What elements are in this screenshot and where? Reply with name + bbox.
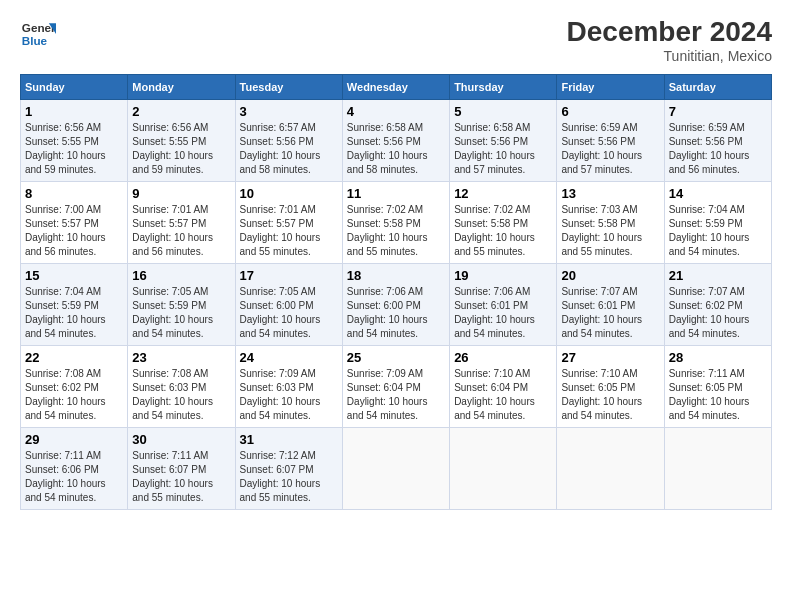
day-info: Sunrise: 6:59 AMSunset: 5:56 PMDaylight:… bbox=[561, 122, 642, 175]
calendar-week-row: 8 Sunrise: 7:00 AMSunset: 5:57 PMDayligh… bbox=[21, 182, 772, 264]
page: General Blue December 2024 Tunititian, M… bbox=[0, 0, 792, 522]
table-row: 14 Sunrise: 7:04 AMSunset: 5:59 PMDaylig… bbox=[664, 182, 771, 264]
day-info: Sunrise: 7:12 AMSunset: 6:07 PMDaylight:… bbox=[240, 450, 321, 503]
table-row bbox=[450, 428, 557, 510]
col-tuesday: Tuesday bbox=[235, 75, 342, 100]
table-row: 28 Sunrise: 7:11 AMSunset: 6:05 PMDaylig… bbox=[664, 346, 771, 428]
day-info: Sunrise: 6:58 AMSunset: 5:56 PMDaylight:… bbox=[347, 122, 428, 175]
table-row: 30 Sunrise: 7:11 AMSunset: 6:07 PMDaylig… bbox=[128, 428, 235, 510]
day-info: Sunrise: 7:05 AMSunset: 6:00 PMDaylight:… bbox=[240, 286, 321, 339]
day-info: Sunrise: 7:06 AMSunset: 6:01 PMDaylight:… bbox=[454, 286, 535, 339]
day-info: Sunrise: 7:00 AMSunset: 5:57 PMDaylight:… bbox=[25, 204, 106, 257]
day-info: Sunrise: 7:09 AMSunset: 6:03 PMDaylight:… bbox=[240, 368, 321, 421]
subtitle: Tunititian, Mexico bbox=[567, 48, 772, 64]
day-number: 29 bbox=[25, 432, 123, 447]
day-number: 21 bbox=[669, 268, 767, 283]
calendar-week-row: 15 Sunrise: 7:04 AMSunset: 5:59 PMDaylig… bbox=[21, 264, 772, 346]
table-row: 12 Sunrise: 7:02 AMSunset: 5:58 PMDaylig… bbox=[450, 182, 557, 264]
col-monday: Monday bbox=[128, 75, 235, 100]
title-area: December 2024 Tunititian, Mexico bbox=[567, 16, 772, 64]
day-number: 6 bbox=[561, 104, 659, 119]
header-row: Sunday Monday Tuesday Wednesday Thursday… bbox=[21, 75, 772, 100]
svg-text:Blue: Blue bbox=[22, 34, 48, 47]
table-row: 19 Sunrise: 7:06 AMSunset: 6:01 PMDaylig… bbox=[450, 264, 557, 346]
day-number: 15 bbox=[25, 268, 123, 283]
table-row: 24 Sunrise: 7:09 AMSunset: 6:03 PMDaylig… bbox=[235, 346, 342, 428]
day-number: 20 bbox=[561, 268, 659, 283]
table-row: 25 Sunrise: 7:09 AMSunset: 6:04 PMDaylig… bbox=[342, 346, 449, 428]
calendar-table: Sunday Monday Tuesday Wednesday Thursday… bbox=[20, 74, 772, 510]
table-row: 9 Sunrise: 7:01 AMSunset: 5:57 PMDayligh… bbox=[128, 182, 235, 264]
col-saturday: Saturday bbox=[664, 75, 771, 100]
table-row: 15 Sunrise: 7:04 AMSunset: 5:59 PMDaylig… bbox=[21, 264, 128, 346]
table-row: 31 Sunrise: 7:12 AMSunset: 6:07 PMDaylig… bbox=[235, 428, 342, 510]
day-info: Sunrise: 6:56 AMSunset: 5:55 PMDaylight:… bbox=[132, 122, 213, 175]
day-number: 25 bbox=[347, 350, 445, 365]
col-sunday: Sunday bbox=[21, 75, 128, 100]
day-info: Sunrise: 7:04 AMSunset: 5:59 PMDaylight:… bbox=[669, 204, 750, 257]
day-number: 19 bbox=[454, 268, 552, 283]
day-info: Sunrise: 7:07 AMSunset: 6:01 PMDaylight:… bbox=[561, 286, 642, 339]
day-info: Sunrise: 7:10 AMSunset: 6:04 PMDaylight:… bbox=[454, 368, 535, 421]
header: General Blue December 2024 Tunititian, M… bbox=[20, 16, 772, 64]
table-row: 23 Sunrise: 7:08 AMSunset: 6:03 PMDaylig… bbox=[128, 346, 235, 428]
svg-text:General: General bbox=[22, 21, 56, 34]
logo: General Blue bbox=[20, 16, 56, 52]
day-number: 7 bbox=[669, 104, 767, 119]
table-row: 2 Sunrise: 6:56 AMSunset: 5:55 PMDayligh… bbox=[128, 100, 235, 182]
day-info: Sunrise: 7:02 AMSunset: 5:58 PMDaylight:… bbox=[454, 204, 535, 257]
table-row: 1 Sunrise: 6:56 AMSunset: 5:55 PMDayligh… bbox=[21, 100, 128, 182]
day-info: Sunrise: 7:11 AMSunset: 6:06 PMDaylight:… bbox=[25, 450, 106, 503]
day-number: 2 bbox=[132, 104, 230, 119]
table-row: 5 Sunrise: 6:58 AMSunset: 5:56 PMDayligh… bbox=[450, 100, 557, 182]
day-number: 11 bbox=[347, 186, 445, 201]
table-row bbox=[342, 428, 449, 510]
day-info: Sunrise: 7:09 AMSunset: 6:04 PMDaylight:… bbox=[347, 368, 428, 421]
table-row bbox=[557, 428, 664, 510]
day-number: 24 bbox=[240, 350, 338, 365]
day-info: Sunrise: 7:08 AMSunset: 6:02 PMDaylight:… bbox=[25, 368, 106, 421]
day-info: Sunrise: 7:01 AMSunset: 5:57 PMDaylight:… bbox=[132, 204, 213, 257]
table-row: 11 Sunrise: 7:02 AMSunset: 5:58 PMDaylig… bbox=[342, 182, 449, 264]
table-row: 27 Sunrise: 7:10 AMSunset: 6:05 PMDaylig… bbox=[557, 346, 664, 428]
logo-icon: General Blue bbox=[20, 16, 56, 52]
day-number: 30 bbox=[132, 432, 230, 447]
table-row: 26 Sunrise: 7:10 AMSunset: 6:04 PMDaylig… bbox=[450, 346, 557, 428]
col-friday: Friday bbox=[557, 75, 664, 100]
day-info: Sunrise: 6:57 AMSunset: 5:56 PMDaylight:… bbox=[240, 122, 321, 175]
day-info: Sunrise: 7:11 AMSunset: 6:05 PMDaylight:… bbox=[669, 368, 750, 421]
table-row: 21 Sunrise: 7:07 AMSunset: 6:02 PMDaylig… bbox=[664, 264, 771, 346]
day-number: 8 bbox=[25, 186, 123, 201]
day-number: 16 bbox=[132, 268, 230, 283]
day-number: 3 bbox=[240, 104, 338, 119]
table-row: 6 Sunrise: 6:59 AMSunset: 5:56 PMDayligh… bbox=[557, 100, 664, 182]
main-title: December 2024 bbox=[567, 16, 772, 48]
day-number: 26 bbox=[454, 350, 552, 365]
day-info: Sunrise: 7:08 AMSunset: 6:03 PMDaylight:… bbox=[132, 368, 213, 421]
day-number: 4 bbox=[347, 104, 445, 119]
day-number: 1 bbox=[25, 104, 123, 119]
day-number: 9 bbox=[132, 186, 230, 201]
col-wednesday: Wednesday bbox=[342, 75, 449, 100]
table-row: 17 Sunrise: 7:05 AMSunset: 6:00 PMDaylig… bbox=[235, 264, 342, 346]
day-info: Sunrise: 6:56 AMSunset: 5:55 PMDaylight:… bbox=[25, 122, 106, 175]
calendar-week-row: 29 Sunrise: 7:11 AMSunset: 6:06 PMDaylig… bbox=[21, 428, 772, 510]
table-row: 3 Sunrise: 6:57 AMSunset: 5:56 PMDayligh… bbox=[235, 100, 342, 182]
table-row: 4 Sunrise: 6:58 AMSunset: 5:56 PMDayligh… bbox=[342, 100, 449, 182]
col-thursday: Thursday bbox=[450, 75, 557, 100]
table-row bbox=[664, 428, 771, 510]
day-info: Sunrise: 7:04 AMSunset: 5:59 PMDaylight:… bbox=[25, 286, 106, 339]
day-number: 27 bbox=[561, 350, 659, 365]
day-number: 17 bbox=[240, 268, 338, 283]
day-info: Sunrise: 7:07 AMSunset: 6:02 PMDaylight:… bbox=[669, 286, 750, 339]
day-number: 10 bbox=[240, 186, 338, 201]
day-info: Sunrise: 7:03 AMSunset: 5:58 PMDaylight:… bbox=[561, 204, 642, 257]
day-number: 31 bbox=[240, 432, 338, 447]
table-row: 8 Sunrise: 7:00 AMSunset: 5:57 PMDayligh… bbox=[21, 182, 128, 264]
day-number: 5 bbox=[454, 104, 552, 119]
day-number: 18 bbox=[347, 268, 445, 283]
table-row: 22 Sunrise: 7:08 AMSunset: 6:02 PMDaylig… bbox=[21, 346, 128, 428]
day-number: 23 bbox=[132, 350, 230, 365]
table-row: 13 Sunrise: 7:03 AMSunset: 5:58 PMDaylig… bbox=[557, 182, 664, 264]
table-row: 29 Sunrise: 7:11 AMSunset: 6:06 PMDaylig… bbox=[21, 428, 128, 510]
